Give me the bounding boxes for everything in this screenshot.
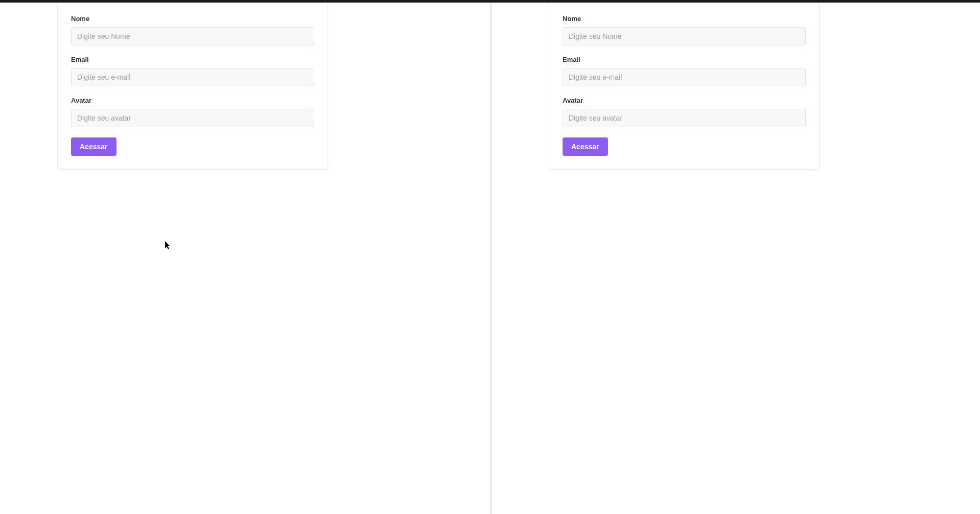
avatar-label: Avatar — [563, 97, 806, 104]
submit-button[interactable]: Acessar — [71, 137, 116, 156]
email-label: Email — [563, 56, 806, 63]
nome-label: Nome — [563, 15, 806, 22]
email-input[interactable] — [71, 68, 314, 86]
form-card-left: Nome Email Avatar Acessar — [57, 3, 328, 170]
avatar-input[interactable] — [563, 109, 806, 127]
panel-right: Nome Email Avatar Acessar — [491, 3, 980, 514]
form-group-email: Email — [563, 56, 806, 86]
nome-label: Nome — [71, 15, 314, 22]
panel-left-inner: Nome Email Avatar Acessar — [0, 3, 489, 514]
nome-input[interactable] — [71, 27, 314, 45]
main-container: Nome Email Avatar Acessar — [0, 3, 980, 514]
email-label: Email — [71, 56, 314, 63]
avatar-label: Avatar — [71, 97, 314, 104]
submit-button[interactable]: Acessar — [563, 137, 608, 156]
form-group-email: Email — [71, 56, 314, 86]
form-group-avatar: Avatar — [563, 97, 806, 127]
email-input[interactable] — [563, 68, 806, 86]
form-card-right: Nome Email Avatar Acessar — [549, 3, 820, 170]
nome-input[interactable] — [563, 27, 806, 45]
form-group-avatar: Avatar — [71, 97, 314, 127]
panel-right-inner: Nome Email Avatar Acessar — [491, 3, 980, 514]
form-group-nome: Nome — [563, 15, 806, 45]
form-group-nome: Nome — [71, 15, 314, 45]
panel-left: Nome Email Avatar Acessar — [0, 3, 491, 514]
avatar-input[interactable] — [71, 109, 314, 127]
